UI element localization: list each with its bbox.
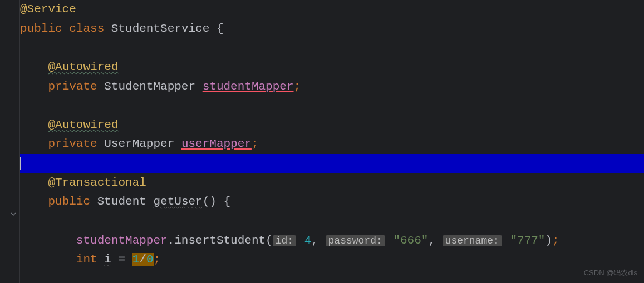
open-brace: { — [217, 22, 224, 35]
code-line[interactable]: @Autowired — [20, 116, 644, 135]
code-line[interactable]: @Service — [20, 0, 644, 19]
code-line[interactable]: @Transactional — [20, 173, 644, 193]
code-line[interactable]: private UserMapper userMapper; — [20, 135, 644, 154]
code-line[interactable] — [20, 96, 644, 116]
code-line[interactable]: public class StudentService { — [20, 19, 644, 39]
param-hint-id: id: — [273, 235, 296, 246]
code-line-current[interactable] — [20, 154, 644, 173]
keyword-private: private — [48, 137, 97, 150]
string-literal: "777" — [510, 234, 545, 247]
keyword-public: public — [20, 22, 62, 35]
return-type: Student — [97, 195, 146, 208]
param-hint-password: password: — [326, 235, 385, 246]
variable-i: i — [104, 253, 111, 266]
watermark: CSDN @码农dls — [584, 267, 637, 279]
code-content[interactable]: @Service public class StudentService { @… — [20, 0, 644, 283]
string-literal: "666" — [393, 234, 428, 247]
text-cursor — [20, 157, 21, 170]
comma: , — [311, 234, 318, 247]
semicolon: ; — [552, 234, 559, 247]
code-line[interactable] — [20, 212, 644, 231]
editor-gutter — [0, 0, 20, 283]
class-name: StudentService — [111, 22, 209, 35]
semicolon: ; — [252, 137, 259, 150]
param-hint-username: username: — [443, 235, 502, 246]
number-literal: 4 — [304, 234, 312, 247]
semicolon: ; — [294, 80, 301, 93]
close-paren: ) — [545, 234, 552, 247]
keyword-class: class — [69, 22, 104, 35]
equals: = — [118, 253, 125, 266]
code-line[interactable]: int i = 1/0; — [20, 250, 644, 270]
open-brace: { — [224, 195, 231, 208]
open-paren: ( — [266, 234, 273, 247]
code-line[interactable]: @Autowired — [20, 58, 644, 77]
current-line-highlight — [20, 154, 644, 173]
code-line[interactable] — [20, 38, 644, 58]
code-line[interactable]: public Student getUser() { — [20, 192, 644, 212]
code-line[interactable]: private StudentMapper studentMapper; — [20, 77, 644, 97]
method-name: getUser — [153, 195, 202, 208]
type: UserMapper — [104, 137, 174, 150]
comma: , — [428, 234, 435, 247]
annotation-autowired: @Autowired — [48, 61, 118, 73]
keyword-private: private — [48, 80, 97, 93]
code-editor[interactable]: @Service public class StudentService { @… — [0, 0, 644, 283]
division-expr: 1/0 — [132, 253, 154, 266]
collapse-icon[interactable] — [10, 206, 17, 225]
annotation-autowired: @Autowired — [48, 118, 118, 131]
semicolon: ; — [154, 253, 161, 266]
field-ref: studentMapper — [76, 234, 168, 247]
annotation: @Service — [20, 3, 76, 16]
type: StudentMapper — [104, 80, 195, 93]
field-user-mapper: userMapper — [181, 137, 252, 150]
parens: () — [203, 195, 217, 208]
code-line[interactable]: studentMapper.insertStudent(id: 4, passw… — [20, 231, 644, 251]
dot: . — [168, 234, 175, 247]
keyword-int: int — [76, 253, 97, 266]
annotation-transactional: @Transactional — [48, 176, 146, 189]
keyword-public: public — [48, 195, 90, 208]
field-student-mapper: studentMapper — [203, 80, 294, 93]
method-call: insertStudent — [174, 234, 266, 247]
